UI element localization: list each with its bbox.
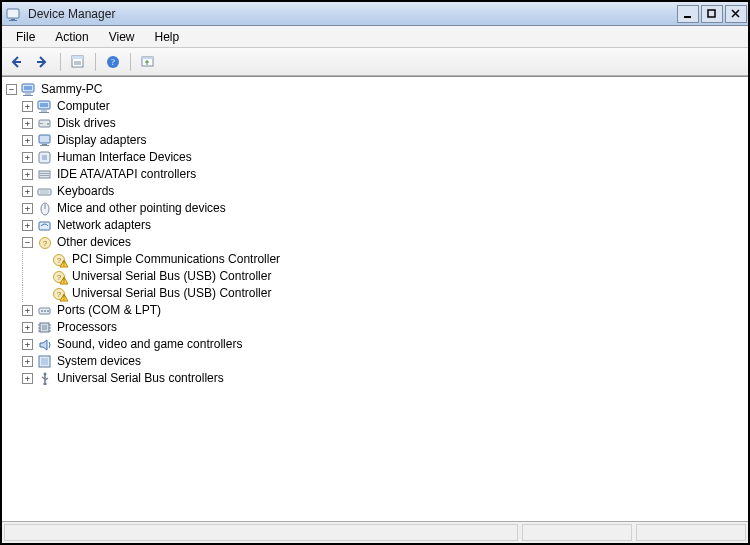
expand-toggle[interactable]: + <box>22 169 33 180</box>
expand-toggle[interactable]: + <box>22 322 33 333</box>
category-node[interactable]: Ports (COM & LPT) <box>55 302 161 319</box>
toolbar-separator <box>60 53 61 71</box>
device-node[interactable]: Universal Serial Bus (USB) Controller <box>70 285 271 302</box>
svg-rect-56 <box>708 10 715 17</box>
status-pane <box>4 524 518 541</box>
statusbar <box>2 521 748 543</box>
category-node[interactable]: Keyboards <box>55 183 114 200</box>
expand-toggle[interactable]: + <box>22 135 33 146</box>
window-controls <box>676 3 748 25</box>
category-node[interactable]: System devices <box>55 353 141 370</box>
system-icon <box>37 354 53 370</box>
toolbar-separator <box>130 53 131 71</box>
network-icon <box>37 218 53 234</box>
computer-root-icon <box>21 82 37 98</box>
collapse-toggle[interactable]: − <box>22 237 33 248</box>
category-node[interactable]: Human Interface Devices <box>55 149 192 166</box>
expand-toggle[interactable]: + <box>22 305 33 316</box>
toolbar <box>2 48 748 76</box>
category-node[interactable]: Mice and other pointing devices <box>55 200 226 217</box>
device-node[interactable]: PCI Simple Communications Controller <box>70 251 280 268</box>
mouse-icon <box>37 201 53 217</box>
window-title: Device Manager <box>26 7 676 21</box>
other-icon <box>37 235 53 251</box>
help-button[interactable] <box>102 51 124 73</box>
menu-help[interactable]: Help <box>145 28 190 46</box>
expand-toggle[interactable]: + <box>22 339 33 350</box>
ide-icon <box>37 167 53 183</box>
forward-button[interactable] <box>32 51 54 73</box>
computer-icon <box>37 99 53 115</box>
menu-file[interactable]: File <box>6 28 45 46</box>
warning-device-icon <box>52 269 68 285</box>
root-node[interactable]: Sammy-PC <box>39 81 102 98</box>
keyboard-icon <box>37 184 53 200</box>
cpu-icon <box>37 320 53 336</box>
category-node[interactable]: IDE ATA/ATAPI controllers <box>55 166 196 183</box>
close-button[interactable] <box>725 5 747 23</box>
expand-toggle[interactable]: + <box>22 152 33 163</box>
disk-icon <box>37 116 53 132</box>
collapse-toggle[interactable]: − <box>6 84 17 95</box>
minimize-button[interactable] <box>677 5 699 23</box>
app-icon <box>6 6 22 22</box>
category-node[interactable]: Disk drives <box>55 115 116 132</box>
display-icon <box>37 133 53 149</box>
menubar: File Action View Help <box>2 26 748 48</box>
device-tree-panel[interactable]: − Sammy-PC + Computer + Disk drives + Di… <box>2 76 748 521</box>
category-node[interactable]: Display adapters <box>55 132 146 149</box>
status-pane <box>636 524 746 541</box>
menu-action[interactable]: Action <box>45 28 98 46</box>
expand-toggle[interactable]: + <box>22 356 33 367</box>
device-node[interactable]: Universal Serial Bus (USB) Controller <box>70 268 271 285</box>
sound-icon <box>37 337 53 353</box>
expand-toggle[interactable]: + <box>22 373 33 384</box>
category-node[interactable]: Processors <box>55 319 117 336</box>
toolbar-separator <box>95 53 96 71</box>
titlebar: Device Manager <box>2 2 748 26</box>
category-node[interactable]: Network adapters <box>55 217 151 234</box>
expand-toggle[interactable]: + <box>22 203 33 214</box>
expand-toggle[interactable]: + <box>22 186 33 197</box>
maximize-button[interactable] <box>701 5 723 23</box>
expand-toggle[interactable]: + <box>22 118 33 129</box>
menu-view[interactable]: View <box>99 28 145 46</box>
expand-toggle[interactable]: + <box>22 101 33 112</box>
port-icon <box>37 303 53 319</box>
category-node[interactable]: Sound, video and game controllers <box>55 336 242 353</box>
status-pane <box>522 524 632 541</box>
category-node[interactable]: Computer <box>55 98 110 115</box>
category-node[interactable]: Other devices <box>55 234 131 251</box>
expand-toggle[interactable]: + <box>22 220 33 231</box>
scan-hardware-button[interactable] <box>137 51 159 73</box>
warning-device-icon <box>52 286 68 302</box>
properties-button[interactable] <box>67 51 89 73</box>
hid-icon <box>37 150 53 166</box>
usb-icon <box>37 371 53 387</box>
category-node[interactable]: Universal Serial Bus controllers <box>55 370 224 387</box>
device-manager-window: Device Manager File Action View Help − S… <box>0 0 750 545</box>
back-button[interactable] <box>6 51 28 73</box>
warning-device-icon <box>52 252 68 268</box>
